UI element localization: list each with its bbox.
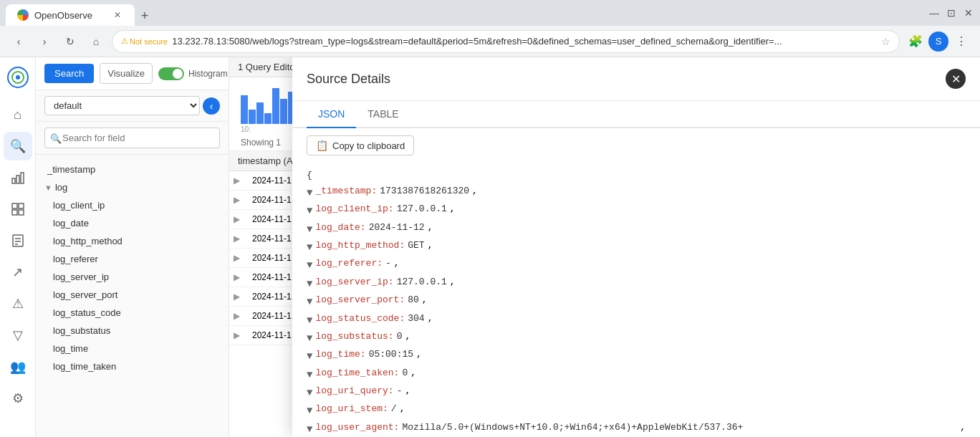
json-key-log-server-port: log_server_port: [315, 293, 405, 308]
json-open-brace: { [307, 168, 966, 183]
field-search-input[interactable] [44, 128, 220, 148]
json-line: ▼ log_client_ip: 127.0.0.1, [307, 201, 966, 219]
json-line: ▼ _timestamp: 1731387618261320, [307, 183, 966, 201]
row-expand-7[interactable]: ▶ [229, 287, 244, 306]
showing-text: Showing 1 [241, 138, 281, 148]
field-name-log-http-method: log_http_method [53, 236, 123, 246]
histogram-toggle-dot [173, 69, 183, 79]
minimize-button[interactable]: — [928, 7, 940, 19]
menu-button[interactable]: ⋮ [951, 32, 971, 52]
row-expand-1[interactable]: ▶ [229, 171, 244, 190]
browser-tab-active[interactable]: OpenObserve ✕ [6, 4, 135, 26]
new-tab-button[interactable]: + [135, 6, 155, 26]
collapse-icon[interactable]: ▼ [307, 330, 312, 346]
histogram-toggle[interactable] [158, 67, 184, 80]
collapse-icon[interactable]: ▼ [307, 312, 312, 328]
collapse-icon[interactable]: ▼ [307, 185, 312, 201]
security-label: Not secure [130, 37, 168, 46]
field-group-name-log: log [55, 182, 67, 193]
json-comma: , [472, 184, 478, 199]
json-val-log-client-ip: 127.0.0.1 [397, 202, 447, 217]
copy-to-clipboard-button[interactable]: 📋 Copy to clipboard [307, 135, 414, 155]
reload-button[interactable]: ↻ [60, 32, 80, 52]
row-expand-6[interactable]: ▶ [229, 268, 244, 287]
field-name-log-server-ip: log_server_ip [53, 272, 109, 282]
profile-button[interactable]: S [928, 32, 948, 52]
collapse-icon[interactable]: ▼ [307, 421, 312, 437]
json-val-log-uri-query: - [397, 384, 403, 399]
field-item-timestamp[interactable]: _timestamp [36, 160, 229, 178]
fields-list: _timestamp ▼ log log_client_ip log_date … [36, 155, 229, 437]
row-expand-8[interactable]: ▶ [229, 307, 244, 325]
stream-nav-button[interactable]: ‹ [203, 97, 220, 115]
url-text: 13.232.78.13:5080/web/logs?stream_type=l… [172, 36, 877, 47]
json-key-log-client-ip: log_client_ip: [315, 202, 393, 217]
stream-select[interactable]: default [44, 96, 200, 115]
field-group-log[interactable]: ▼ log [36, 178, 229, 196]
row-expand-4[interactable]: ▶ [229, 229, 244, 248]
field-item-log-http-method[interactable]: log_http_method [36, 232, 229, 250]
collapse-icon[interactable]: ▼ [307, 203, 312, 218]
row-expand-2[interactable]: ▶ [229, 191, 244, 209]
sidebar-item-alerts[interactable]: ⚠ [4, 289, 32, 318]
bookmark-icon[interactable]: ☆ [881, 36, 890, 47]
sidebar-item-dashboards[interactable] [4, 195, 32, 224]
collapse-icon[interactable]: ▼ [307, 276, 312, 292]
sidebar-item-home[interactable]: ⌂ [4, 100, 32, 129]
sidebar-item-users[interactable]: 👥 [4, 352, 32, 381]
json-line: ▼ log_server_port: 80, [307, 292, 966, 310]
forward-button[interactable]: › [34, 32, 54, 52]
collapse-icon[interactable]: ▼ [307, 221, 312, 237]
home-button[interactable]: ⌂ [86, 32, 106, 52]
address-bar[interactable]: ⚠ Not secure 13.232.78.13:5080/web/logs?… [112, 30, 900, 53]
sidebar-item-settings[interactable]: ⚙ [4, 384, 32, 413]
field-item-log-server-ip[interactable]: log_server_ip [36, 268, 229, 286]
collapse-icon[interactable]: ▼ [307, 403, 312, 418]
field-item-log-status-code[interactable]: log_status_code [36, 304, 229, 322]
tab-table[interactable]: TABLE [356, 101, 410, 128]
row-expand-3[interactable]: ▶ [229, 210, 244, 229]
svg-point-2 [16, 75, 20, 80]
json-key-log-http-method: log_http_method: [315, 239, 405, 254]
field-item-log-time-taken[interactable]: log_time_taken [36, 357, 229, 375]
hist-bar [272, 88, 279, 124]
field-name-log-date: log_date [53, 218, 89, 229]
search-button[interactable]: Search [44, 64, 94, 83]
field-name-log-status-code: log_status_code [53, 307, 121, 318]
close-button[interactable]: ✕ [963, 7, 974, 19]
maximize-button[interactable]: ⊡ [946, 7, 957, 19]
collapse-icon[interactable]: ▼ [307, 257, 312, 273]
visualize-button[interactable]: Visualize [100, 63, 153, 84]
field-item-log-time[interactable]: log_time [36, 340, 229, 357]
field-name-timestamp: _timestamp [47, 164, 95, 175]
json-line: ▼ log_http_method: GET, [307, 238, 966, 256]
field-name-log-referer: log_referer [53, 254, 98, 264]
sidebar-item-pipelines[interactable]: ↗ [4, 258, 32, 287]
collapse-icon[interactable]: ▼ [307, 385, 312, 400]
json-key-log-substatus: log_substatus: [315, 330, 393, 345]
extensions-button[interactable]: 🧩 [905, 32, 926, 52]
field-item-log-date[interactable]: log_date [36, 214, 229, 232]
row-expand-5[interactable]: ▶ [229, 249, 244, 267]
tab-close-button[interactable]: ✕ [112, 9, 123, 21]
collapse-icon[interactable]: ▼ [307, 239, 312, 255]
collapse-icon[interactable]: ▼ [307, 348, 312, 364]
field-item-log-referer[interactable]: log_referer [36, 250, 229, 268]
collapse-icon[interactable]: ▼ [307, 294, 312, 309]
row-expand-9[interactable]: ▶ [229, 326, 244, 345]
svg-rect-6 [12, 203, 17, 208]
field-item-log-server-port[interactable]: log_server_port [36, 286, 229, 304]
sidebar-item-filter[interactable]: ▽ [4, 321, 32, 350]
sidebar-item-charts[interactable] [4, 163, 32, 192]
chevron-down-icon: ▼ [44, 183, 52, 192]
sidebar-item-reports[interactable] [4, 226, 32, 255]
security-badge: ⚠ Not secure [121, 37, 168, 46]
sidebar-item-search[interactable]: 🔍 [4, 132, 32, 160]
collapse-icon[interactable]: ▼ [307, 367, 312, 383]
json-key-log-uri-stem: log_uri_stem: [315, 402, 388, 417]
modal-close-button[interactable]: ✕ [946, 69, 966, 89]
tab-json[interactable]: JSON [307, 101, 356, 128]
back-button[interactable]: ‹ [9, 32, 29, 52]
field-item-log-substatus[interactable]: log_substatus [36, 322, 229, 340]
field-item-log-client-ip[interactable]: log_client_ip [36, 196, 229, 214]
